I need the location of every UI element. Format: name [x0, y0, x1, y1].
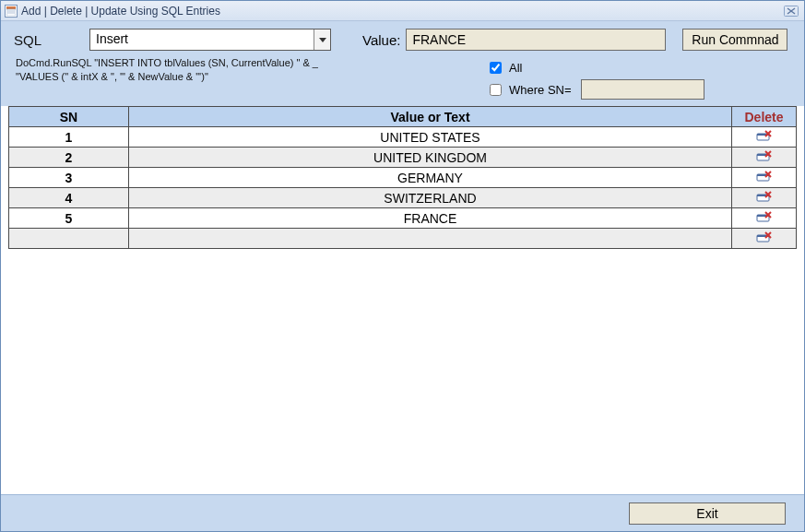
- cell-value: UNITED STATES: [129, 127, 732, 148]
- cell-delete: [732, 188, 797, 208]
- cell-sn: 1: [9, 127, 129, 148]
- close-icon[interactable]: [782, 5, 800, 18]
- table-row-new[interactable]: [9, 229, 797, 249]
- option-all: All: [490, 56, 704, 78]
- exit-button[interactable]: Exit: [629, 502, 786, 525]
- column-header-delete: Delete: [732, 107, 797, 127]
- cell-value: FRANCE: [129, 208, 732, 229]
- table-row: 1UNITED STATES: [9, 127, 797, 148]
- all-checkbox-label: All: [509, 61, 522, 75]
- svg-marker-7: [319, 38, 326, 42]
- delete-row-icon[interactable]: [756, 231, 773, 243]
- cell-value[interactable]: [129, 229, 732, 249]
- delete-row-icon[interactable]: [756, 129, 773, 142]
- cell-value: GERMANY: [129, 168, 732, 188]
- data-grid: SN Value or Text Delete 1UNITED STATES2U…: [8, 106, 797, 249]
- value-input[interactable]: [406, 29, 666, 51]
- sql-dropdown-value: Insert: [90, 30, 314, 50]
- cell-value: UNITED KINGDOM: [129, 148, 732, 168]
- cell-sn: 2: [9, 148, 129, 168]
- cell-delete: [732, 208, 797, 229]
- delete-row-icon[interactable]: [756, 190, 773, 203]
- delete-row-icon[interactable]: [756, 210, 773, 223]
- cell-delete: [732, 148, 797, 168]
- value-label: Value:: [362, 32, 400, 48]
- svg-rect-0: [6, 6, 16, 9]
- cell-sn: 5: [9, 208, 129, 229]
- chevron-down-icon[interactable]: [314, 30, 330, 50]
- window-root: Add | Delete | Update Using SQL Entries …: [0, 0, 805, 532]
- cell-sn: 3: [9, 168, 129, 188]
- footer-bar: Exit: [1, 494, 804, 531]
- titlebar: Add | Delete | Update Using SQL Entries: [1, 1, 804, 21]
- cell-sn: 4: [9, 188, 129, 208]
- sql-preview: DoCmd.RunSQL "INSERT INTO tblValues (SN,…: [10, 56, 342, 84]
- options-group: All Where SN=: [490, 56, 704, 100]
- sql-dropdown[interactable]: Insert: [89, 29, 331, 51]
- control-panel: SQL Insert Value: Run Commnad DoCmd.RunS…: [1, 21, 804, 106]
- where-checkbox-label: Where SN=: [509, 83, 572, 97]
- sql-preview-line: "VALUES (" & intX & ", '" & NewValue & "…: [16, 70, 342, 84]
- delete-row-icon[interactable]: [756, 149, 773, 162]
- sql-preview-line: DoCmd.RunSQL "INSERT INTO tblValues (SN,…: [16, 56, 342, 70]
- table-row: 3GERMANY: [9, 168, 797, 188]
- table-row: 4SWITZERLAND: [9, 188, 797, 208]
- data-grid-container: SN Value or Text Delete 1UNITED STATES2U…: [1, 106, 804, 494]
- column-header-value: Value or Text: [129, 107, 732, 127]
- table-row: 5FRANCE: [9, 208, 797, 229]
- form-icon: [5, 5, 18, 18]
- svg-rect-1: [6, 9, 16, 16]
- where-checkbox[interactable]: [490, 84, 502, 96]
- cell-value: SWITZERLAND: [129, 188, 732, 208]
- where-sn-input[interactable]: [581, 79, 704, 100]
- all-checkbox[interactable]: [490, 62, 502, 74]
- option-where: Where SN=: [490, 78, 704, 100]
- window-title: Add | Delete | Update Using SQL Entries: [21, 5, 782, 18]
- cell-delete: [732, 229, 797, 249]
- cell-delete: [732, 127, 797, 148]
- table-row: 2UNITED KINGDOM: [9, 148, 797, 168]
- control-row-2: DoCmd.RunSQL "INSERT INTO tblValues (SN,…: [10, 56, 795, 100]
- run-command-button[interactable]: Run Commnad: [682, 29, 787, 51]
- cell-sn[interactable]: [9, 229, 129, 249]
- cell-delete: [732, 168, 797, 188]
- delete-row-icon[interactable]: [756, 170, 773, 183]
- control-row-1: SQL Insert Value: Run Commnad: [10, 29, 795, 51]
- column-header-sn: SN: [9, 107, 129, 127]
- sql-label: SQL: [10, 32, 84, 48]
